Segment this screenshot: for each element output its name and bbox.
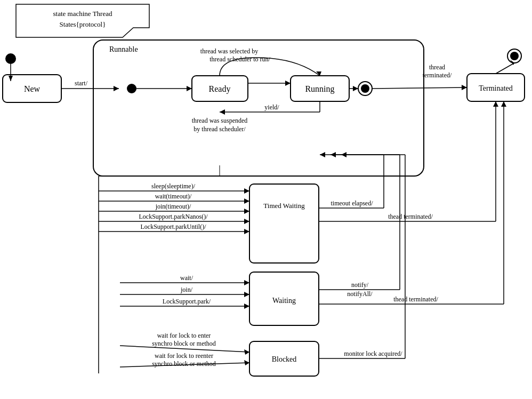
notify-label: notify/	[351, 281, 369, 289]
terminated-final-inner	[510, 52, 519, 60]
sleep-label: sleep(sleeptime)/	[151, 182, 196, 190]
lock-until-label: LockSupport.parkUntil()/	[141, 223, 207, 230]
start-label: start/	[75, 79, 88, 87]
wait-lock-reenter-1: wait for lock to reenter	[155, 352, 213, 360]
thead-terminated-2-label: thead terminated/	[393, 296, 438, 303]
monitor-lock-label: monitor lock acquired/	[344, 350, 402, 357]
join-label: join/	[180, 286, 193, 293]
new-state-label: New	[24, 84, 41, 93]
lock-nanos-label: LockSupport.parkNanos()/	[139, 213, 208, 220]
timed-waiting-label1: Timed Waiting	[263, 202, 305, 210]
timeout-elapsed-label: timeout elapsed/	[331, 200, 374, 207]
suspended-label1: thread was suspended	[192, 117, 248, 124]
lock-park-label: LockSupport.park/	[163, 298, 211, 305]
waiting-label: Waiting	[272, 297, 296, 305]
runnable-label: Runnable	[109, 45, 138, 53]
terminated-state-label: Terminated	[479, 84, 513, 92]
wait-timeout-label: wait(timeout)/	[155, 193, 192, 200]
thread-selected-label: thread was selected by	[200, 47, 258, 55]
thread-terminated-label1: thread	[429, 63, 445, 71]
running-final-inner	[361, 84, 369, 93]
title-line1: state machine Thread	[53, 10, 112, 18]
ready-state-label: Ready	[209, 84, 231, 94]
svg-rect-25	[249, 184, 319, 263]
join-timeout-label: join(timeout)/	[155, 203, 191, 210]
suspended-label2: by thread scheduler/	[194, 125, 246, 133]
title-line2: States{protocol}	[60, 20, 106, 28]
thread-selected-label2: thread scheduler to run/	[209, 55, 270, 63]
runnable-initial-dot	[127, 84, 136, 93]
yield-label: yield/	[264, 103, 279, 111]
thead-terminated-1-label: thead terminated/	[388, 213, 433, 220]
wait-lock-reenter-2: synchro block or method	[152, 360, 216, 368]
blocked-label: Blocked	[272, 355, 297, 363]
state-machine-diagram: state machine Thread States{protocol} Ru…	[0, 0, 532, 399]
running-state-label: Running	[305, 84, 334, 94]
wait-label: wait/	[180, 274, 194, 282]
notify-all-label: notifyAll/	[347, 290, 373, 298]
thread-terminated-label2: terminated/	[423, 71, 452, 79]
wait-lock-enter-1: wait for lock to enter	[157, 332, 211, 339]
wait-lock-enter-2: synchro block or method	[152, 340, 216, 347]
initial-dot-outer	[5, 53, 16, 64]
